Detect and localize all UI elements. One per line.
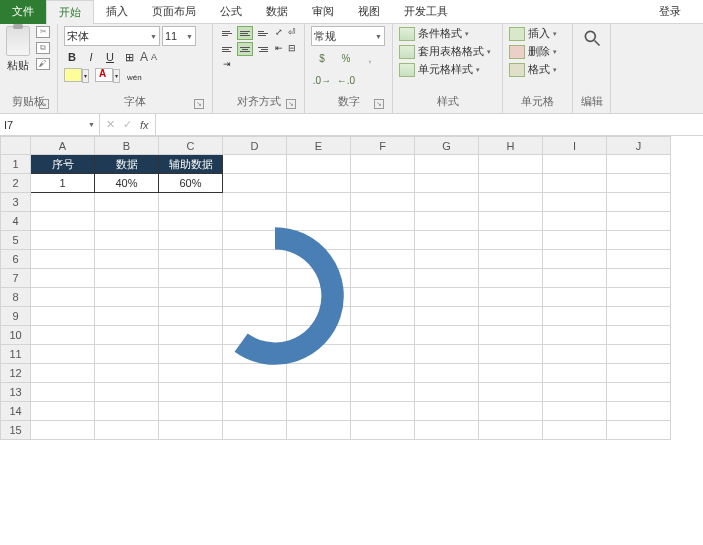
worksheet-grid[interactable]: ABCDEFGHIJ1序号数据辅助数据2140%60%3456789101112… — [0, 136, 703, 544]
wrap-text-button[interactable]: ⏎ — [287, 26, 299, 40]
cell[interactable] — [287, 421, 351, 440]
cell[interactable]: 序号 — [31, 155, 95, 174]
cell[interactable] — [95, 345, 159, 364]
cell[interactable] — [479, 421, 543, 440]
cell[interactable] — [415, 345, 479, 364]
column-header[interactable]: H — [479, 137, 543, 155]
cell[interactable] — [479, 307, 543, 326]
cell[interactable] — [479, 326, 543, 345]
row-header[interactable]: 11 — [1, 345, 31, 364]
doughnut-chart[interactable] — [195, 216, 355, 376]
align-right-button[interactable] — [255, 42, 271, 56]
currency-button[interactable]: $ — [311, 50, 333, 68]
align-bottom-button[interactable] — [255, 26, 271, 40]
column-header[interactable]: E — [287, 137, 351, 155]
cell[interactable] — [351, 345, 415, 364]
row-header[interactable]: 12 — [1, 364, 31, 383]
cell[interactable] — [223, 421, 287, 440]
cell[interactable] — [415, 364, 479, 383]
cell[interactable] — [415, 307, 479, 326]
cell[interactable] — [607, 231, 671, 250]
tab-home[interactable]: 开始 — [46, 0, 94, 24]
cell[interactable]: 辅助数据 — [159, 155, 223, 174]
cell[interactable] — [31, 250, 95, 269]
decrease-decimal-button[interactable]: ←.0 — [335, 72, 357, 90]
cell[interactable] — [95, 421, 159, 440]
cell[interactable] — [415, 155, 479, 174]
row-header[interactable]: 6 — [1, 250, 31, 269]
font-color-button[interactable]: ▾ — [95, 68, 113, 82]
cell[interactable] — [31, 364, 95, 383]
cell[interactable] — [351, 231, 415, 250]
cell[interactable] — [287, 383, 351, 402]
cell[interactable] — [479, 231, 543, 250]
cell[interactable] — [159, 402, 223, 421]
number-launcher-icon[interactable]: ↘ — [374, 99, 384, 109]
format-cells-button[interactable]: 格式▾ — [509, 62, 566, 77]
cell[interactable] — [351, 212, 415, 231]
cell[interactable]: 40% — [95, 174, 159, 193]
cell[interactable] — [543, 155, 607, 174]
cell[interactable] — [479, 193, 543, 212]
cell[interactable] — [287, 155, 351, 174]
cell[interactable] — [351, 364, 415, 383]
cell[interactable] — [31, 212, 95, 231]
select-all-corner[interactable] — [1, 137, 31, 155]
cell[interactable] — [479, 383, 543, 402]
cell[interactable] — [415, 326, 479, 345]
cell[interactable] — [95, 307, 159, 326]
tab-insert[interactable]: 插入 — [94, 0, 140, 24]
paste-button[interactable]: 粘贴 — [7, 58, 29, 73]
tab-review[interactable]: 审阅 — [300, 0, 346, 24]
cell[interactable] — [95, 326, 159, 345]
cell[interactable] — [351, 307, 415, 326]
column-header[interactable]: A — [31, 137, 95, 155]
cell[interactable] — [543, 193, 607, 212]
cell[interactable] — [607, 307, 671, 326]
cell[interactable] — [415, 402, 479, 421]
border-button[interactable]: ⊞ — [121, 49, 137, 65]
chevron-down-icon[interactable]: ▾ — [113, 69, 120, 83]
row-header[interactable]: 2 — [1, 174, 31, 193]
column-header[interactable]: B — [95, 137, 159, 155]
cell[interactable] — [31, 326, 95, 345]
cut-icon[interactable]: ✂ — [36, 26, 50, 38]
cell[interactable] — [479, 174, 543, 193]
cell[interactable] — [95, 250, 159, 269]
cell[interactable] — [607, 269, 671, 288]
tab-page-layout[interactable]: 页面布局 — [140, 0, 208, 24]
cell[interactable] — [31, 288, 95, 307]
row-header[interactable]: 14 — [1, 402, 31, 421]
cell[interactable] — [607, 421, 671, 440]
name-box[interactable]: I7▼ — [0, 114, 100, 135]
delete-cells-button[interactable]: 删除▾ — [509, 44, 566, 59]
font-name-select[interactable]: 宋体▼ — [64, 26, 160, 46]
copy-icon[interactable]: ⧉ — [36, 42, 50, 54]
cell[interactable] — [543, 364, 607, 383]
cell[interactable] — [479, 269, 543, 288]
insert-cells-button[interactable]: 插入▾ — [509, 26, 566, 41]
cell[interactable] — [607, 288, 671, 307]
cell[interactable] — [287, 193, 351, 212]
row-header[interactable]: 7 — [1, 269, 31, 288]
cell[interactable] — [351, 288, 415, 307]
increase-indent-button[interactable]: ⇥ — [219, 58, 235, 72]
cell[interactable] — [543, 212, 607, 231]
column-header[interactable]: J — [607, 137, 671, 155]
cell[interactable] — [415, 174, 479, 193]
cell[interactable] — [479, 364, 543, 383]
row-header[interactable]: 8 — [1, 288, 31, 307]
font-launcher-icon[interactable]: ↘ — [194, 99, 204, 109]
percent-button[interactable]: % — [335, 50, 357, 68]
cell[interactable] — [607, 155, 671, 174]
orientation-button[interactable]: ⤢ — [273, 26, 285, 40]
fx-icon[interactable]: fx — [140, 119, 149, 131]
cell[interactable] — [543, 345, 607, 364]
alignment-launcher-icon[interactable]: ↘ — [286, 99, 296, 109]
tab-data[interactable]: 数据 — [254, 0, 300, 24]
cell[interactable] — [543, 250, 607, 269]
cell[interactable] — [415, 383, 479, 402]
cell[interactable] — [607, 364, 671, 383]
paste-icon[interactable] — [6, 26, 30, 56]
tab-view[interactable]: 视图 — [346, 0, 392, 24]
